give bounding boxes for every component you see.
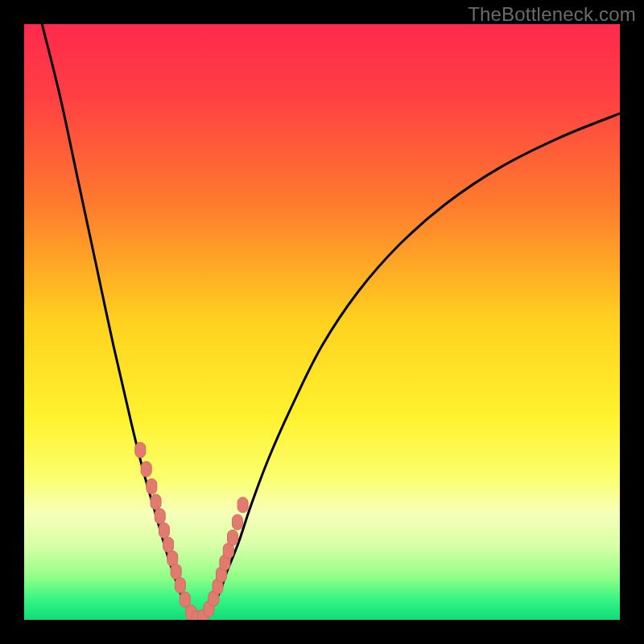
watermark-text: TheBottleneck.com xyxy=(468,3,636,26)
plot-area xyxy=(24,24,620,620)
background-gradient xyxy=(24,24,620,620)
svg-rect-0 xyxy=(24,24,620,620)
chart-frame: TheBottleneck.com xyxy=(0,0,644,644)
